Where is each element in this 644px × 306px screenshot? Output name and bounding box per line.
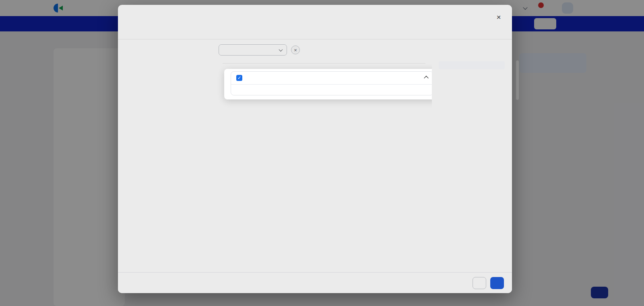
- chevron-down-icon: [279, 48, 283, 52]
- edit-permissions-modal: × ×: [118, 5, 512, 293]
- branch-list: [126, 46, 206, 269]
- permissions-quick-nav: [439, 61, 505, 69]
- section-header: [223, 63, 425, 64]
- modal-footer: [118, 272, 512, 293]
- save-button[interactable]: [490, 277, 504, 289]
- permissions-panel: × ✓: [215, 44, 432, 272]
- page-scrollbar[interactable]: [516, 60, 519, 100]
- search-tip: [439, 48, 447, 54]
- screen: × ×: [0, 0, 644, 306]
- role-select[interactable]: [219, 44, 287, 56]
- tabs-divider: [118, 39, 512, 39]
- expanded-accordion: ✓: [231, 71, 432, 95]
- lightbulb-icon: [439, 48, 444, 54]
- role-clear-button[interactable]: ×: [291, 45, 300, 54]
- checkbox-checked-icon[interactable]: ✓: [236, 75, 242, 81]
- chevron-up-icon: [424, 76, 428, 80]
- cancel-button[interactable]: [473, 277, 486, 289]
- modal-tabs: [128, 28, 140, 33]
- accordion-dat-hang-nhap[interactable]: ✓: [231, 72, 432, 85]
- highlighted-section: ✓: [224, 69, 432, 99]
- close-icon[interactable]: ×: [493, 12, 504, 23]
